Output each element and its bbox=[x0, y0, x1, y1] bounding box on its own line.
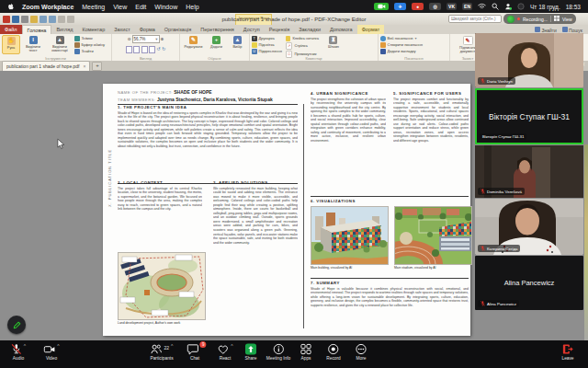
page-view-icon[interactable] bbox=[133, 46, 140, 53]
help-icon[interactable] bbox=[67, 16, 74, 23]
audio-options-chevron[interactable]: ^ bbox=[24, 343, 26, 349]
tab-home[interactable]: Головна bbox=[22, 25, 52, 34]
app-icon-blue[interactable]: ✈ bbox=[394, 3, 406, 10]
share-button[interactable]: Share bbox=[245, 343, 257, 361]
wifi-icon[interactable] bbox=[478, 3, 486, 10]
tab-protect[interactable]: Захист bbox=[109, 25, 134, 34]
tab-convert[interactable]: Перетворення bbox=[196, 25, 239, 34]
web-link-button[interactable]: Веб посилання ▾ bbox=[380, 36, 423, 41]
user-switcher-icon[interactable] bbox=[504, 3, 512, 11]
page-view-icon[interactable] bbox=[149, 46, 155, 53]
add-plus-icon: + bbox=[212, 36, 220, 44]
zoom-out-button[interactable]: ⊖ bbox=[128, 37, 131, 41]
zoom-in-button[interactable]: ⊕ bbox=[161, 37, 164, 41]
select-tool-button[interactable]: ▲ Вибір bbox=[228, 35, 247, 54]
select-text-button[interactable]: I Виділити текст bbox=[21, 35, 45, 54]
menu-view[interactable]: View bbox=[113, 4, 127, 10]
save-icon[interactable] bbox=[12, 16, 19, 23]
arrow-button[interactable]: ↗Стрілка bbox=[286, 42, 319, 50]
find-tool-button[interactable]: Знайти bbox=[74, 49, 105, 54]
menu-meeting[interactable]: Meeting bbox=[82, 4, 105, 10]
page-view-icon[interactable] bbox=[126, 46, 132, 53]
find-button[interactable]: Знайти bbox=[535, 27, 556, 33]
select-comments-button[interactable]: ▲ Виділити коментарі bbox=[46, 35, 74, 54]
spotlight-search-icon[interactable] bbox=[492, 3, 499, 11]
quick-launch-input[interactable] bbox=[448, 15, 502, 23]
menubar-time[interactable]: 18:53 bbox=[566, 4, 581, 10]
tab-file[interactable]: Файл bbox=[0, 25, 22, 34]
tab-review[interactable]: Рецензія bbox=[265, 25, 294, 34]
app-icon-red[interactable]: ● bbox=[412, 3, 424, 10]
sticky-note-button[interactable]: Клейка нотатка bbox=[286, 36, 319, 41]
menu-help[interactable]: Help bbox=[186, 4, 198, 10]
tab-organize[interactable]: Організація bbox=[160, 25, 196, 34]
react-options-chevron[interactable]: ^ bbox=[231, 343, 232, 349]
participants-options-chevron[interactable]: ^ bbox=[171, 343, 173, 349]
search-button[interactable]: Пошук bbox=[562, 27, 582, 33]
page-view-icon[interactable] bbox=[141, 46, 148, 53]
create-link-button[interactable]: Створити посилання bbox=[380, 42, 423, 48]
apple-logo-icon[interactable] bbox=[7, 3, 14, 10]
video-tile-kateryna[interactable]: Катерина Сегіда bbox=[475, 199, 583, 255]
close-tab-icon[interactable]: × bbox=[84, 63, 86, 69]
customize-icon[interactable] bbox=[58, 16, 65, 23]
zoom-meeting-status-icon[interactable] bbox=[374, 3, 389, 10]
audio-button[interactable]: ^ Audio bbox=[11, 343, 26, 361]
hand-tool-button[interactable]: ✋ Рука bbox=[2, 35, 20, 54]
view-button[interactable]: View bbox=[562, 17, 572, 22]
video-tile-viktoriia[interactable]: Вікторія Ступак ГШ-31 Вікторія Ступак ГШ… bbox=[475, 88, 583, 144]
zoom-level-field[interactable]: 56,7%▾ bbox=[132, 35, 160, 43]
links-column: Веб посилання ▾ Створити посилання Додат… bbox=[380, 35, 423, 54]
search-icon bbox=[562, 27, 568, 32]
tab-view[interactable]: Вигляд bbox=[51, 25, 77, 34]
add-bookmark-button[interactable]: Додати закладку bbox=[380, 49, 423, 54]
rotate-left-icon[interactable]: ↺ bbox=[157, 46, 161, 53]
mail-icon[interactable] bbox=[30, 16, 38, 23]
tab-help[interactable]: Допомога bbox=[325, 25, 357, 34]
snapshot-button[interactable]: Знімок bbox=[74, 36, 105, 41]
annotate-button[interactable] bbox=[7, 316, 26, 334]
web-link-icon bbox=[380, 36, 386, 41]
highlight-button[interactable]: Підсвітка bbox=[252, 42, 282, 48]
control-center-icon[interactable] bbox=[517, 3, 525, 11]
tab-comment[interactable]: Коментар bbox=[77, 25, 109, 34]
self-video-thumbnail[interactable] bbox=[507, 16, 514, 23]
tab-access[interactable]: Доступ bbox=[239, 25, 265, 34]
participants-button[interactable]: 22 ^ Participants bbox=[150, 343, 173, 361]
pdf-app-icon[interactable] bbox=[3, 16, 10, 23]
redo-icon[interactable] bbox=[49, 16, 56, 23]
tab-bookmarks[interactable]: Закладки bbox=[294, 25, 325, 34]
meeting-info-button[interactable]: Meeting Info bbox=[266, 343, 290, 361]
app-icon-dark[interactable]: ◎ bbox=[429, 3, 441, 10]
undo-icon[interactable] bbox=[40, 16, 47, 23]
clipboard-button[interactable]: Буфер обміну bbox=[74, 42, 105, 48]
menubar-app-name[interactable]: Zoom Workplace bbox=[22, 4, 74, 10]
video-tile-dominika[interactable]: Dominika Verešová bbox=[475, 145, 583, 198]
more-button[interactable]: More bbox=[356, 343, 368, 361]
menu-window[interactable]: Window bbox=[154, 4, 177, 10]
underline-button[interactable]: UПідкреслення bbox=[252, 49, 282, 54]
edit-content-button[interactable]: ✎ Редагувати bbox=[182, 35, 205, 54]
print-icon[interactable] bbox=[21, 16, 28, 23]
video-tile-alina[interactable]: Alina Pancewicz Alina Pancewicz bbox=[475, 256, 583, 310]
vk-icon[interactable]: VK bbox=[447, 3, 457, 10]
document-tab[interactable]: publication part 1 shade of hope.pdf × bbox=[2, 61, 90, 71]
tab-format[interactable]: Формат bbox=[357, 25, 385, 34]
leave-button[interactable]: Leave bbox=[561, 343, 573, 361]
apps-button[interactable]: Apps bbox=[300, 343, 312, 361]
typewriter-button[interactable]: TДрукарка bbox=[252, 36, 282, 41]
video-options-chevron[interactable]: ^ bbox=[57, 343, 59, 349]
stamp-button[interactable]: ♜ Штамп bbox=[322, 35, 345, 54]
add-content-button[interactable]: + Додати bbox=[206, 35, 227, 54]
video-tile-daria[interactable]: Daria Venhryn bbox=[475, 33, 583, 87]
tab-form[interactable]: Форма bbox=[135, 25, 160, 34]
new-tab-button[interactable]: + bbox=[92, 62, 102, 71]
input-language-badge[interactable]: EN bbox=[462, 3, 472, 10]
menu-edit[interactable]: Edit bbox=[135, 4, 146, 10]
menubar-date[interactable]: Чт 18 груд. bbox=[530, 4, 560, 10]
react-button[interactable]: ^ React bbox=[217, 343, 232, 361]
record-button[interactable]: Record bbox=[326, 343, 340, 361]
chat-button[interactable]: 9 ^ Chat bbox=[187, 343, 202, 361]
rotate-right-icon[interactable]: ↻ bbox=[162, 46, 165, 53]
video-button[interactable]: ^ Video bbox=[43, 343, 59, 361]
